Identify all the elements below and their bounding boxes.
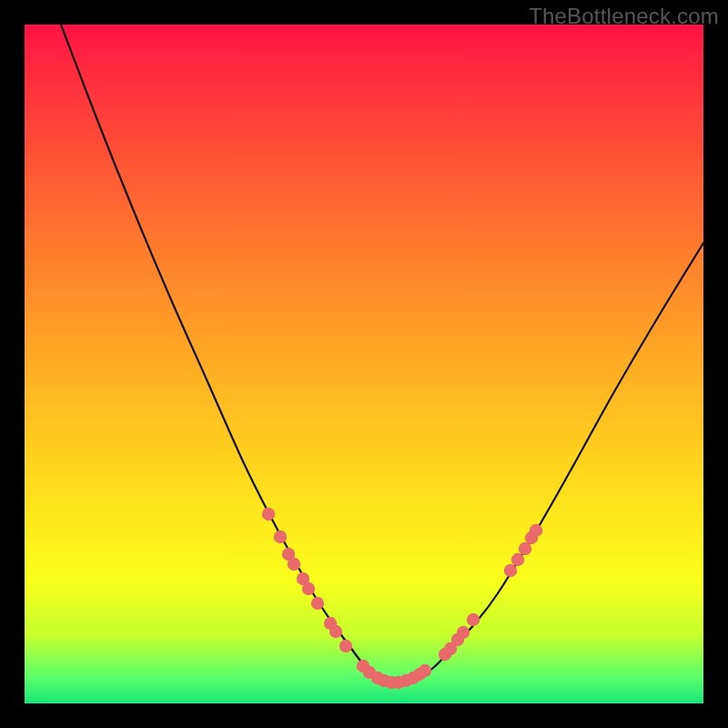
curve-svg xyxy=(25,25,703,703)
marker-group xyxy=(262,508,542,689)
curve-marker xyxy=(457,626,470,639)
curve-marker xyxy=(339,640,352,652)
curve-marker xyxy=(504,564,517,577)
chart-frame: TheBottleneck.com xyxy=(0,0,728,728)
curve-marker xyxy=(419,664,431,677)
curve-marker xyxy=(288,558,300,571)
curve-marker xyxy=(302,582,315,595)
curve-marker xyxy=(262,508,275,521)
bottleneck-curve xyxy=(61,25,703,682)
curve-marker xyxy=(311,597,324,610)
curve-marker xyxy=(274,531,287,543)
curve-marker xyxy=(511,553,524,566)
curve-marker xyxy=(519,542,531,555)
curve-marker xyxy=(329,625,342,638)
plot-area xyxy=(25,25,703,703)
curve-marker xyxy=(530,524,542,537)
curve-marker xyxy=(467,613,480,626)
